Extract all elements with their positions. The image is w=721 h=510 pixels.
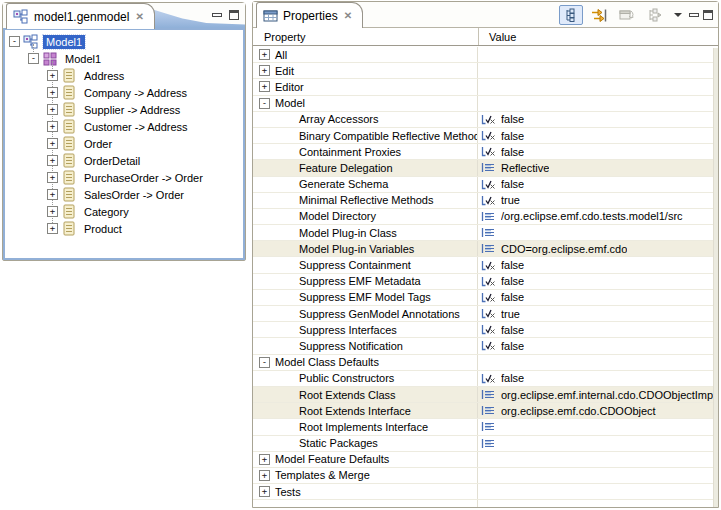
expand-toggle[interactable]: +: [47, 189, 58, 200]
value-cell[interactable]: org.eclipse.emf.internal.cdo.CDOObjectIm…: [478, 387, 718, 402]
property-row[interactable]: Array Accessors false: [253, 112, 718, 128]
property-row[interactable]: Model Plug-in Variables CDO=org.eclipse.…: [253, 241, 718, 257]
value-cell[interactable]: false: [478, 338, 718, 353]
tree-item-label: SalesOrder -> Order: [81, 188, 187, 202]
expand-toggle[interactable]: +: [259, 486, 270, 497]
property-row[interactable]: Root Extends Interface org.eclipse.emf.c…: [253, 403, 718, 419]
tree-item-class[interactable]: + Supplier -> Address: [5, 101, 243, 118]
value-cell[interactable]: false: [478, 274, 718, 289]
expand-toggle[interactable]: +: [259, 81, 270, 92]
value-cell[interactable]: false: [478, 144, 718, 159]
property-row[interactable]: Static Packages: [253, 436, 718, 452]
property-row[interactable]: Root Implements Interface: [253, 419, 718, 435]
show-advanced-properties-button[interactable]: [587, 5, 611, 25]
value-cell[interactable]: false: [478, 112, 718, 127]
view-menu-button[interactable]: [671, 5, 685, 25]
value-cell[interactable]: false: [478, 257, 718, 272]
property-row[interactable]: Minimal Reflective Methods true: [253, 193, 718, 209]
property-category-row[interactable]: + Editor: [253, 79, 718, 95]
expand-toggle[interactable]: +: [47, 70, 58, 81]
value-cell[interactable]: true: [478, 306, 718, 321]
value-cell[interactable]: false: [478, 128, 718, 143]
property-row[interactable]: Public Constructors false: [253, 371, 718, 387]
value-cell[interactable]: CDO=org.eclipse.emf.cdo: [478, 241, 718, 256]
property-row[interactable]: Suppress EMF Model Tags false: [253, 290, 718, 306]
tree-item-genmodel-root[interactable]: - Model1: [5, 33, 243, 50]
value-cell[interactable]: [478, 419, 718, 434]
properties-tabbar: Properties ✕: [253, 2, 718, 28]
value-cell[interactable]: false: [478, 322, 718, 337]
property-row[interactable]: Suppress Interfaces false: [253, 322, 718, 338]
tree-item-class[interactable]: + SalesOrder -> Order: [5, 186, 243, 203]
value-cell[interactable]: [478, 225, 718, 240]
show-advanced-properties-icon: [591, 8, 608, 23]
expand-toggle[interactable]: +: [47, 104, 58, 115]
value-cell[interactable]: org.eclipse.emf.cdo.CDOObject: [478, 403, 718, 418]
value-cell[interactable]: false: [478, 290, 718, 305]
expand-toggle[interactable]: -: [259, 357, 270, 368]
tree-item-class[interactable]: + PurchaseOrder -> Order: [5, 169, 243, 186]
property-row[interactable]: Containment Proxies false: [253, 144, 718, 160]
value-cell[interactable]: [478, 436, 718, 451]
tree-item-class[interactable]: + OrderDetail: [5, 152, 243, 169]
property-category-row[interactable]: + All: [253, 47, 718, 63]
tree-item-class[interactable]: + Category: [5, 203, 243, 220]
expand-toggle[interactable]: +: [47, 87, 58, 98]
property-row[interactable]: Model Plug-in Class: [253, 225, 718, 241]
properties-maximize-button[interactable]: [703, 10, 713, 20]
property-label: Feature Delegation: [299, 162, 393, 174]
expand-toggle[interactable]: +: [259, 49, 270, 60]
property-category-row[interactable]: + Tests: [253, 484, 718, 500]
property-category-row[interactable]: + Model Feature Defaults: [253, 452, 718, 468]
value-cell[interactable]: true: [478, 193, 718, 208]
property-label: Suppress GenModel Annotations: [299, 308, 460, 320]
tree-item-class[interactable]: + Address: [5, 67, 243, 84]
property-row[interactable]: Feature Delegation Reflective: [253, 160, 718, 176]
expand-toggle[interactable]: +: [47, 206, 58, 217]
property-row[interactable]: Root Extends Class org.eclipse.emf.inter…: [253, 387, 718, 403]
tree-item-label: Supplier -> Address: [81, 103, 183, 117]
value-cell[interactable]: /org.eclipse.emf.cdo.tests.model1/src: [478, 209, 718, 224]
expand-toggle[interactable]: -: [9, 36, 20, 47]
property-row[interactable]: Generate Schema false: [253, 177, 718, 193]
expand-toggle[interactable]: +: [47, 138, 58, 149]
tree-item-class[interactable]: + Company -> Address: [5, 84, 243, 101]
editor-maximize-button[interactable]: [229, 10, 239, 20]
value-cell[interactable]: false: [478, 371, 718, 386]
expand-toggle[interactable]: +: [47, 172, 58, 183]
property-category-row[interactable]: - Model Class Defaults: [253, 355, 718, 371]
properties-tab[interactable]: Properties ✕: [256, 2, 363, 28]
value-cell[interactable]: false: [478, 177, 718, 192]
value-cell[interactable]: Reflective: [478, 160, 718, 175]
expand-toggle[interactable]: +: [47, 121, 58, 132]
property-row[interactable]: Suppress Notification false: [253, 338, 718, 354]
tree-item-class[interactable]: + Customer -> Address: [5, 118, 243, 135]
property-row[interactable]: Suppress Containment false: [253, 257, 718, 273]
property-category-row[interactable]: - Model: [253, 96, 718, 112]
property-row[interactable]: Model Directory /org.eclipse.emf.cdo.tes…: [253, 209, 718, 225]
properties-minimize-button[interactable]: [689, 13, 699, 17]
tree-item-class[interactable]: + Order: [5, 135, 243, 152]
expand-toggle[interactable]: +: [47, 155, 58, 166]
expand-toggle[interactable]: -: [259, 98, 270, 109]
properties-tab-close-icon[interactable]: ✕: [343, 10, 353, 21]
property-label: Suppress Interfaces: [299, 324, 397, 336]
tree-item-class[interactable]: + Product: [5, 220, 243, 237]
expand-toggle[interactable]: +: [259, 65, 270, 76]
category-label: Templates & Merge: [275, 469, 370, 481]
editor-tab-close-icon[interactable]: ✕: [134, 11, 144, 22]
expand-toggle[interactable]: +: [47, 223, 58, 234]
expand-toggle[interactable]: +: [259, 454, 270, 465]
editor-tab-model1-genmodel[interactable]: model1.genmodel ✕: [6, 3, 155, 29]
expand-toggle[interactable]: +: [259, 470, 270, 481]
show-categories-button[interactable]: [559, 5, 583, 25]
property-category-row[interactable]: + Edit: [253, 63, 718, 79]
property-row[interactable]: Suppress GenModel Annotations true: [253, 306, 718, 322]
editor-minimize-button[interactable]: [212, 13, 222, 17]
property-row[interactable]: Suppress EMF Metadata false: [253, 274, 718, 290]
property-category-row[interactable]: + Templates & Merge: [253, 468, 718, 484]
tree-item-package-model1[interactable]: - Model1: [5, 50, 243, 67]
property-row[interactable]: Binary Compatible Reflective Methods fal…: [253, 128, 718, 144]
tree-item-label: Model1: [43, 35, 85, 49]
expand-toggle[interactable]: -: [28, 53, 39, 64]
